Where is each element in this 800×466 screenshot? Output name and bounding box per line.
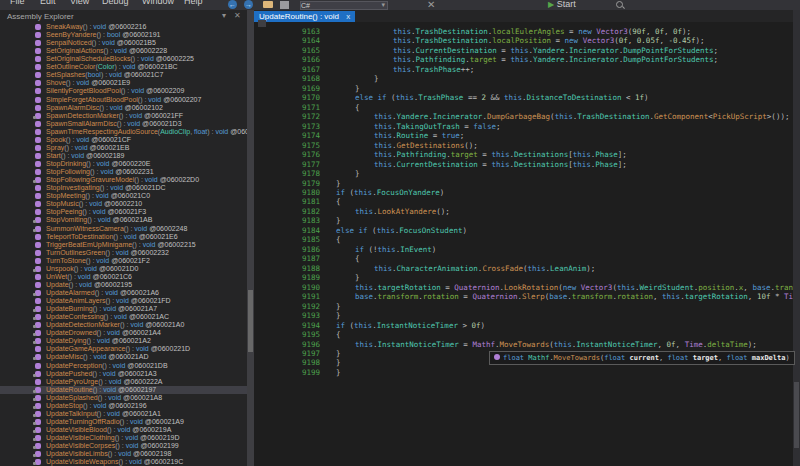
tree-item-senpainoticed[interactable]: SenpaiNoticed() : void @060021B5	[0, 39, 247, 47]
code-line-9193[interactable]: 9193}	[254, 311, 800, 320]
tree-item-updatemisc[interactable]: UpdateMisc() : void @060021AD	[0, 353, 247, 361]
editor-scrollbar[interactable]	[793, 10, 800, 466]
tree-item-updatestop[interactable]: UpdateStop() : void @06002196	[0, 402, 247, 410]
code-line-9196[interactable]: 9196this.InstantNoticeTimer = Mathf.Move…	[254, 340, 800, 349]
tree-item-updateanimlayers[interactable]: UpdateAnimLayers() : void @060021FD	[0, 297, 247, 305]
tree-item-seenbyyandere[interactable]: SeenByYandere() : bool @06002191	[0, 31, 247, 39]
navigate-forward-icon[interactable]: →	[244, 0, 253, 9]
code-line-9188[interactable]: 9188this.CharacterAnimation.CrossFade(th…	[254, 264, 800, 273]
tree-item-updateburning[interactable]: UpdateBurning() : void @060021A7	[0, 305, 247, 313]
tree-item-unwet[interactable]: UnWet() : void @060021C6	[0, 273, 247, 281]
tree-item-stopmusic[interactable]: StopMusic() : void @06002210	[0, 200, 247, 208]
search-icon[interactable]	[616, 1, 623, 8]
tree-item-triggerbeatemupminigame[interactable]: TriggerBeatEmUpMinigame() : void @060022…	[0, 241, 247, 249]
tree-item-simpleforgetaboutbloodpool[interactable]: SimpleForgetAboutBloodPool() : void @060…	[0, 96, 247, 104]
tree-item-spawnsmallalarmdisc[interactable]: SpawnSmallAlarmDisc() : void @060021D3	[0, 120, 247, 128]
code-line-9199[interactable]: 9199}	[254, 368, 800, 377]
code-line-9177[interactable]: 9177this.CurrentDestination = this.Desti…	[254, 160, 800, 169]
code-line-9186[interactable]: 9186if (!this.InEvent)	[254, 245, 800, 254]
tree-item-updatepyrourge[interactable]: UpdatePyroUrge() : void @0600222A	[0, 378, 247, 386]
tree-scrollbar[interactable]	[247, 10, 254, 466]
tree-item-updatevisibleclothing[interactable]: UpdateVisibleClothing() : void @0600219D	[0, 434, 247, 442]
code-line-9175[interactable]: 9175this.GetDestinations();	[254, 141, 800, 150]
tree-item-stopfollowinggravuremodel[interactable]: StopFollowingGravureModel() : void @0600…	[0, 176, 247, 184]
tree-item-stoppeeing[interactable]: StopPeeing() : void @060021F3	[0, 208, 247, 216]
tree-item-spawnalarmdisc[interactable]: SpawnAlarmDisc() : void @06002102	[0, 104, 247, 112]
code-line-9195[interactable]: 9195{	[254, 330, 800, 339]
menu-window[interactable]: Window	[142, 0, 174, 6]
menu-view[interactable]: View	[70, 0, 89, 6]
tree-scrollbar-thumb[interactable]	[248, 290, 253, 352]
editor-scrollbar-thumb[interactable]	[794, 382, 799, 448]
tree-item-turnoutlinesgreen[interactable]: TurnOutlinesGreen() : void @06002232	[0, 249, 247, 257]
panel-menu-icon[interactable]: ▾	[222, 11, 226, 20]
code-line-9184[interactable]: 9184else if (this.FocusOnStudent)	[254, 226, 800, 235]
menu-debug[interactable]: Debug	[102, 0, 129, 6]
tree-item-setsplashes[interactable]: SetSplashes(bool) : void @060021C7	[0, 71, 247, 79]
tree-item-updatedrowned[interactable]: UpdateDrowned() : void @060021A4	[0, 329, 247, 337]
tree-item-updatepushed[interactable]: UpdatePushed() : void @060021A3	[0, 370, 247, 378]
code-line-9189[interactable]: 9189}	[254, 273, 800, 282]
tree-item-updateperception[interactable]: UpdatePerception() : void @060021DB	[0, 362, 247, 370]
code-line-9182[interactable]: 9182this.LookAtYandere();	[254, 207, 800, 216]
tree-item-stopvomiting[interactable]: StopVomiting() : void @060021AB	[0, 216, 247, 224]
start-debug-button[interactable]: ▶ Start	[548, 0, 576, 9]
code-line-9187[interactable]: 9187{	[254, 254, 800, 263]
close-document-icon[interactable]: ✕	[427, 0, 435, 10]
code-view[interactable]: 9163this.TrashDestination.localEulerAngl…	[254, 22, 800, 466]
tree-item-update[interactable]: Update() : void @06002195	[0, 281, 247, 289]
save-all-icon[interactable]	[280, 1, 289, 9]
tree-item-stopmeeting[interactable]: StopMeeting() : void @060021C0	[0, 192, 247, 200]
tree-item-sneakaway[interactable]: SneakAway() : void @06002216	[0, 23, 247, 31]
code-line-9163[interactable]: 9163this.TrashDestination.localEulerAngl…	[254, 27, 800, 36]
menu-file[interactable]: File	[10, 0, 25, 6]
tree-item-spray[interactable]: Spray() : void @060021EB	[0, 144, 247, 152]
tree-item-updatevisibleblood[interactable]: UpdateVisibleBlood() : void @0600219A	[0, 426, 247, 434]
tree-item-updatetalkinput[interactable]: UpdateTalkInput() : void @060021A1	[0, 410, 247, 418]
tree-item-setoriginalscheduleblocks[interactable]: SetOriginalScheduleBlocks() : void @0600…	[0, 55, 247, 63]
tab-updateroutine[interactable]: UpdateRoutine() : void x	[254, 11, 355, 22]
tree-item-updatedying[interactable]: UpdateDying() : void @060021A2	[0, 337, 247, 345]
code-line-9166[interactable]: 9166this.Pathfinding.target = this.Yande…	[254, 55, 800, 64]
code-line-9170[interactable]: 9170else if (this.TrashPhase == 2 && thi…	[254, 93, 800, 102]
code-line-9176[interactable]: 9176this.Pathfinding.target = this.Desti…	[254, 150, 800, 159]
code-line-9191[interactable]: 9191base.transform.rotation = Quaternion…	[254, 292, 800, 301]
tree-item-setoriginalactions[interactable]: SetOriginalActions() : void @06002228	[0, 47, 247, 55]
tree-item-stopinvestigating[interactable]: StopInvestigating() : void @060021DC	[0, 184, 247, 192]
code-line-9172[interactable]: 9172this.Yandere.Incinerator.DumpGarbage…	[254, 112, 800, 121]
tree-item-silentlyforgetbloodpool[interactable]: SilentlyForgetBloodPool() : void @060022…	[0, 87, 247, 95]
tree-item-updateturningoffradio[interactable]: UpdateTurningOffRadio() : void @060021A9	[0, 418, 247, 426]
code-line-9178[interactable]: 9178}	[254, 169, 800, 178]
open-folder-icon[interactable]	[263, 1, 273, 8]
code-line-9174[interactable]: 9174this.Routine = true;	[254, 131, 800, 140]
tree-item-unspook[interactable]: Unspook() : void @060021D0	[0, 265, 247, 273]
tree-item-setoutlinecolor[interactable]: SetOutlineColor(Color) : void @060021BC	[0, 63, 247, 71]
tree-item-spawntimerespectingaudiosource[interactable]: SpawnTimeRespectingAudioSource(AudioClip…	[0, 128, 247, 136]
tree-item-spawndetectionmarker[interactable]: SpawnDetectionMarker() : void @060021FF	[0, 112, 247, 120]
tree-item-updategameappearance[interactable]: UpdateGameAppearance() : void @0600221D	[0, 345, 247, 353]
assembly-explorer-header[interactable]: Assembly Explorer ▾ ✕	[0, 10, 247, 23]
tab-close-icon[interactable]: x	[346, 12, 350, 21]
menu-edit[interactable]: Edit	[40, 0, 56, 6]
code-line-9167[interactable]: 9167this.TrashPhase++;	[254, 65, 800, 74]
code-line-9168[interactable]: 9168}	[254, 74, 800, 83]
navigate-back-icon[interactable]: ←	[228, 0, 237, 9]
tree-item-stopdrinking[interactable]: StopDrinking() : void @0600220E	[0, 160, 247, 168]
code-line-9190[interactable]: 9190this.targetRotation = Quaternion.Loo…	[254, 283, 800, 292]
tree-item-turntostone[interactable]: TurnToStone() : void @060021F2	[0, 257, 247, 265]
menu-help[interactable]: Help	[184, 0, 203, 6]
tree-item-updatesplashed[interactable]: UpdateSplashed() : void @060021A8	[0, 394, 247, 402]
code-line-9179[interactable]: 9179}	[254, 179, 800, 188]
code-line-9185[interactable]: 9185{	[254, 235, 800, 244]
code-line-9165[interactable]: 9165this.CurrentDestination = this.Yande…	[254, 46, 800, 55]
tree-item-updateroutine[interactable]: UpdateRoutine() : void @06002197	[0, 386, 247, 394]
tree-item-updatevisibleweapons[interactable]: UpdateVisibleWeapons() : void @0600219C	[0, 458, 247, 466]
tree-item-updatedetectionmarker[interactable]: UpdateDetectionMarker() : void @060021A0	[0, 321, 247, 329]
code-line-9173[interactable]: 9173this.TakingOutTrash = false;	[254, 122, 800, 131]
panel-close-icon[interactable]: ✕	[234, 11, 241, 20]
code-line-9181[interactable]: 9181{	[254, 197, 800, 206]
tree-item-spook[interactable]: Spook() : void @060021CF	[0, 136, 247, 144]
code-line-9192[interactable]: 9192}	[254, 302, 800, 311]
tree-item-shove[interactable]: Shove() : void @060021E9	[0, 79, 247, 87]
tree-item-updatealarmed[interactable]: UpdateAlarmed() : void @060021A6	[0, 289, 247, 297]
